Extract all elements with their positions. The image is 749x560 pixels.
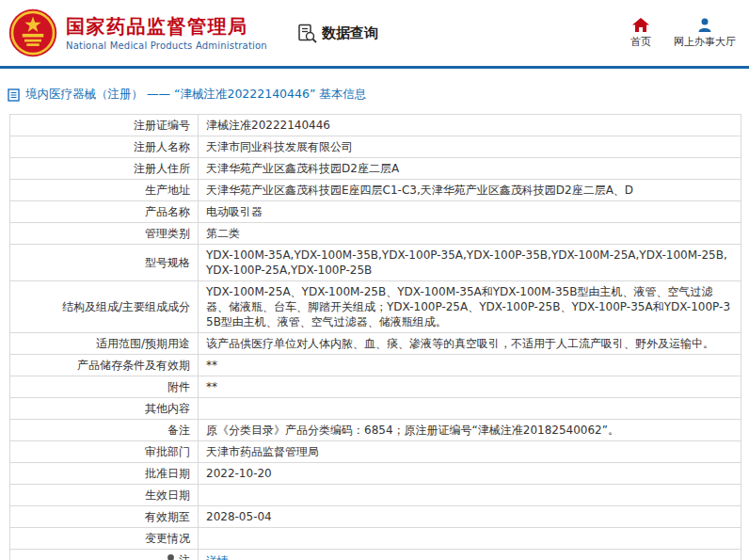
table-row: 型号规格YDX-100M-35A,YDX-100M-35B,YDX-100P-3… (10, 245, 741, 281)
row-value: 津械注准20222140446 (199, 115, 741, 136)
row-label: 注册证编号 (10, 115, 199, 136)
row-value: 天津华苑产业区鑫茂科技园D2座二层A (199, 158, 741, 180)
row-label-text: 注册证编号 (134, 119, 190, 132)
row-label: 变更情况 (10, 528, 199, 550)
row-label-text: 变更情况 (145, 532, 190, 545)
home-icon (632, 17, 649, 32)
row-value: 天津市同业科技发展有限公司 (199, 136, 741, 158)
table-row: 其他内容 (10, 398, 741, 420)
header-nav: 首页 网上办事大厅 (630, 17, 736, 49)
row-label: 产品名称 (10, 201, 199, 223)
document-icon (8, 88, 20, 102)
row-label: 型号规格 (10, 245, 199, 281)
table-row: 产品储存条件及有效期** (10, 355, 741, 376)
row-value (199, 528, 741, 550)
person-icon (697, 17, 712, 32)
breadcrumb-text: 境内医疗器械（注册） —— “津械注准20222140446” 基本信息 (25, 87, 366, 103)
data-query-icon (297, 24, 317, 43)
row-value: 2022-10-20 (199, 463, 741, 485)
row-value: YDX-100M-35A,YDX-100M-35B,YDX-100P-35A,Y… (199, 245, 741, 281)
table-row: 注册证编号津械注准20222140446 (10, 115, 741, 136)
row-value (199, 398, 741, 420)
row-label-text: 适用范围/预期用途 (96, 337, 190, 350)
table-row: 有效期至2028-05-04 (10, 506, 741, 528)
row-label-text: 批准日期 (145, 467, 190, 480)
table-row: 注册人住所天津华苑产业区鑫茂科技园D2座二层A (10, 158, 741, 180)
row-label-text: 其他内容 (145, 402, 190, 415)
table-row: 批准日期2022-10-20 (10, 463, 741, 485)
row-label: 附件 (10, 376, 199, 398)
agency-name-en: National Medical Products Administration (66, 40, 267, 51)
agency-title-block: 国家药品监督管理局 National Medical Products Admi… (66, 16, 267, 51)
nav-home[interactable]: 首页 (630, 17, 651, 49)
note-icon (166, 553, 176, 560)
table-row: 注册人名称天津市同业科技发展有限公司 (10, 136, 741, 158)
row-label-text: 注册人名称 (134, 140, 190, 153)
row-label-text: 产品储存条件及有效期 (77, 359, 190, 372)
row-value: 第二类 (199, 223, 741, 245)
row-label: 有效期至 (10, 506, 199, 528)
agency-name-cn: 国家药品监督管理局 (66, 16, 267, 38)
row-value: 天津华苑产业区鑫茂科技园E座四层C1-C3,天津华苑产业区鑫茂科技园D2座二层A… (199, 180, 741, 201)
nav-online-hall-label: 网上办事大厅 (674, 35, 736, 49)
site-header: 国家药品监督管理局 National Medical Products Admi… (0, 0, 749, 66)
info-table: 注册证编号津械注准20222140446注册人名称天津市同业科技发展有限公司注册… (9, 114, 741, 560)
table-row: 备注原《分类目录》产品分类编码：6854；原注册证编号“津械注准20182540… (10, 420, 741, 441)
row-value: 详情 (199, 550, 741, 560)
row-label: 其他内容 (10, 398, 199, 420)
row-label: 注册人名称 (10, 136, 199, 158)
table-row: 管理类别第二类 (10, 223, 741, 245)
data-query-title: 数据查询 (297, 24, 378, 43)
row-label: 生产地址 (10, 180, 199, 201)
data-query-label: 数据查询 (322, 24, 378, 42)
row-label: 批准日期 (10, 463, 199, 485)
table-row: 生产地址天津华苑产业区鑫茂科技园E座四层C1-C3,天津华苑产业区鑫茂科技园D2… (10, 180, 741, 201)
row-value: 天津市药品监督管理局 (199, 441, 741, 463)
row-value (199, 485, 741, 506)
row-label-text: 管理类别 (145, 227, 190, 240)
row-label: 结构及组成/主要组成成分 (10, 281, 199, 333)
row-label: 生效日期 (10, 485, 199, 506)
row-label-text: 型号规格 (145, 256, 190, 269)
national-emblem-logo (8, 8, 58, 58)
row-value: 2028-05-04 (199, 506, 741, 528)
detail-link[interactable]: 详情 (206, 554, 229, 560)
table-row: 变更情况 (10, 528, 741, 550)
table-row: 适用范围/预期用途该产品供医疗单位对人体内脓、血、痰、渗液等的真空吸引，不适用于… (10, 333, 741, 355)
row-value: 原《分类目录》产品分类编码：6854；原注册证编号“津械注准2018254006… (199, 420, 741, 441)
row-value: 电动吸引器 (199, 201, 741, 223)
row-value: ** (199, 376, 741, 398)
row-label-text: 注 (179, 553, 190, 560)
header-divider (0, 66, 749, 69)
row-label-text: 注册人住所 (134, 162, 190, 175)
row-label-text: 备注 (167, 424, 190, 437)
row-label-text: 审批部门 (145, 445, 190, 458)
row-label: 备注 (10, 420, 199, 441)
nav-online-hall[interactable]: 网上办事大厅 (674, 17, 736, 49)
row-label: 产品储存条件及有效期 (10, 355, 199, 376)
row-label-text: 附件 (167, 380, 190, 393)
row-label: 注 (10, 550, 199, 560)
info-table-body: 注册证编号津械注准20222140446注册人名称天津市同业科技发展有限公司注册… (10, 115, 741, 560)
row-label: 管理类别 (10, 223, 199, 245)
row-label-text: 有效期至 (145, 510, 190, 523)
row-value: 该产品供医疗单位对人体内脓、血、痰、渗液等的真空吸引，不适用于人工流产吸引、野外… (199, 333, 741, 355)
row-value: YDX-100M-25A、YDX-100M-25B、YDX-100M-35A和Y… (199, 281, 741, 333)
row-label-text: 生效日期 (145, 488, 190, 502)
row-label-text: 结构及组成/主要组成成分 (62, 300, 190, 313)
table-row: 附件** (10, 376, 741, 398)
row-label: 注册人住所 (10, 158, 199, 180)
table-row: 生效日期 (10, 485, 741, 506)
table-row: 产品名称电动吸引器 (10, 201, 741, 223)
nav-home-label: 首页 (630, 35, 651, 49)
row-value: ** (199, 355, 741, 376)
row-label: 审批部门 (10, 441, 199, 463)
row-label-text: 生产地址 (145, 184, 190, 197)
row-label: 适用范围/预期用途 (10, 333, 199, 355)
table-row: 审批部门天津市药品监督管理局 (10, 441, 741, 463)
table-row: 结构及组成/主要组成成分YDX-100M-25A、YDX-100M-25B、YD… (10, 281, 741, 333)
row-label-text: 产品名称 (145, 205, 190, 218)
breadcrumb: 境内医疗器械（注册） —— “津械注准20222140446” 基本信息 (8, 87, 749, 103)
table-row: 注详情 (10, 550, 741, 560)
